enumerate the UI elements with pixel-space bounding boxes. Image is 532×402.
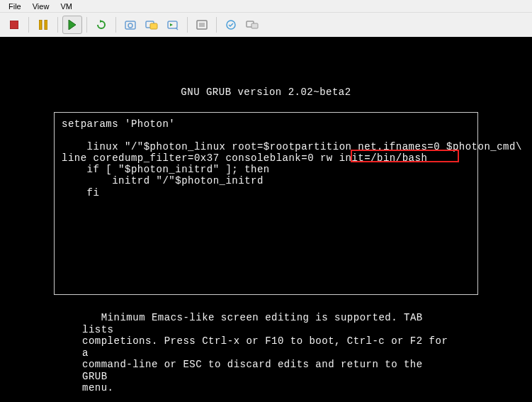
vm-console[interactable]: GNU GRUB version 2.02~beta2 setparams 'P… bbox=[0, 37, 532, 402]
play-button[interactable] bbox=[62, 16, 82, 34]
toolbar-separator bbox=[115, 17, 116, 33]
cycle-icon bbox=[96, 20, 107, 30]
toolbar-separator bbox=[86, 17, 87, 33]
svg-rect-8 bbox=[150, 23, 157, 29]
stop-icon bbox=[10, 21, 18, 29]
grub-line: setparams 'Photon' bbox=[62, 118, 175, 130]
menu-file[interactable]: File bbox=[3, 1, 27, 12]
grub-editor-box: setparams 'Photon' linux "/"$photon_linu… bbox=[54, 112, 478, 295]
devices-icon bbox=[246, 20, 259, 30]
snapshot-revert-icon bbox=[166, 19, 179, 30]
stop-button[interactable] bbox=[4, 16, 24, 34]
svg-rect-1 bbox=[39, 20, 42, 30]
grub-line: initrd "/"$photon_initrd bbox=[62, 175, 264, 186]
grub-line: linux "/"$photon_linux root=$rootpartiti… bbox=[62, 141, 522, 152]
svg-marker-10 bbox=[170, 23, 173, 26]
snapshot-revert-button[interactable] bbox=[163, 16, 183, 34]
grub-help-text: Minimum Emacs-like screen editing is sup… bbox=[82, 312, 450, 394]
snapshot-manager-icon bbox=[145, 19, 158, 30]
pause-button[interactable] bbox=[33, 16, 53, 34]
svg-rect-15 bbox=[251, 23, 258, 28]
svg-point-6 bbox=[128, 23, 132, 28]
menubar: File View VM bbox=[0, 0, 532, 13]
toolbar-separator bbox=[57, 17, 58, 33]
svg-marker-3 bbox=[69, 20, 76, 30]
grub-line: if [ "$photon_initrd" ]; then bbox=[62, 164, 270, 175]
unity-icon bbox=[225, 19, 237, 30]
toolbar-separator bbox=[187, 17, 188, 33]
play-icon bbox=[68, 20, 77, 30]
toolbar bbox=[0, 13, 532, 37]
svg-marker-4 bbox=[100, 20, 103, 23]
grub-title: GNU GRUB version 2.02~beta2 bbox=[0, 37, 532, 112]
pause-icon bbox=[39, 20, 47, 30]
unity-button[interactable] bbox=[221, 16, 241, 34]
menu-vm[interactable]: VM bbox=[55, 1, 78, 12]
grub-line: fi bbox=[62, 187, 99, 199]
snapshot-icon bbox=[124, 19, 137, 30]
cycle-button[interactable] bbox=[91, 16, 111, 34]
toolbar-separator bbox=[216, 17, 217, 33]
menu-view[interactable]: View bbox=[27, 1, 55, 12]
toolbar-separator bbox=[28, 17, 29, 33]
snapshot-manager-button[interactable] bbox=[142, 16, 162, 34]
devices-button[interactable] bbox=[242, 16, 262, 34]
snapshot-button[interactable] bbox=[120, 16, 140, 34]
grub-line: line coredump_filter=0x37 consoleblank=0… bbox=[62, 152, 434, 164]
svg-rect-2 bbox=[45, 20, 47, 30]
fullscreen-icon bbox=[196, 20, 208, 30]
svg-rect-12 bbox=[199, 23, 205, 27]
fullscreen-button[interactable] bbox=[192, 16, 212, 34]
svg-rect-0 bbox=[10, 21, 18, 29]
